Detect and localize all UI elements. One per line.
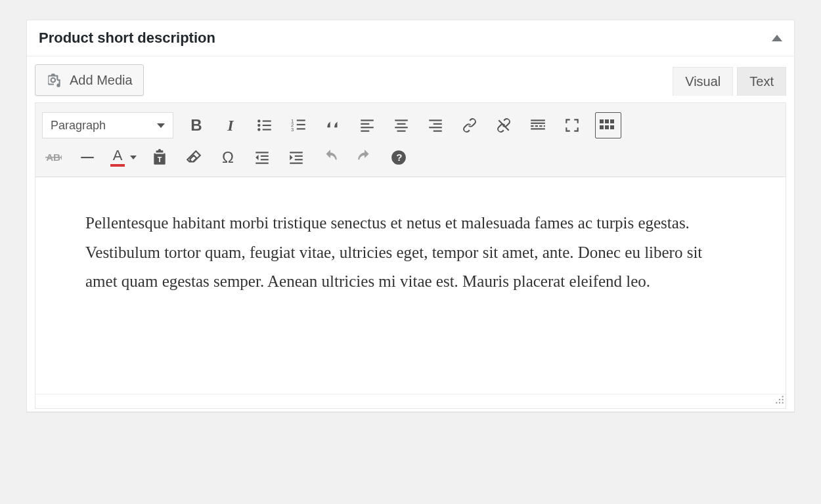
svg-rect-7 (297, 119, 305, 121)
indent-icon (288, 149, 305, 166)
svg-point-55 (776, 402, 777, 404)
read-more-icon (529, 117, 546, 134)
paste-text-button[interactable]: T (148, 146, 171, 169)
align-left-button[interactable] (356, 114, 378, 136)
text-color-button[interactable]: A (110, 148, 137, 167)
bold-button[interactable]: B (185, 114, 208, 136)
undo-button[interactable] (319, 146, 342, 169)
svg-rect-14 (361, 127, 374, 128)
svg-rect-34 (610, 119, 614, 123)
numbered-list-button[interactable]: 123 (288, 114, 310, 136)
indent-button[interactable] (285, 146, 307, 169)
svg-point-52 (782, 396, 784, 397)
clipboard-text-icon: T (151, 149, 168, 166)
toolbar-row-2: ABC A T (42, 142, 779, 173)
collapse-toggle-icon[interactable] (772, 35, 782, 41)
svg-rect-47 (295, 156, 303, 157)
editor-content[interactable]: Pellentesque habitant morbi tristique se… (35, 177, 786, 394)
panel-body: Add Media Visual Text Paragraph B I (27, 56, 794, 411)
blockquote-button[interactable] (322, 114, 344, 136)
editor-statusbar (35, 394, 786, 408)
editor-tabs: Visual Text (669, 67, 786, 96)
svg-rect-1 (263, 120, 271, 121)
toolbar-toggle-button[interactable] (595, 112, 621, 138)
svg-rect-23 (433, 131, 442, 132)
svg-rect-42 (255, 152, 269, 153)
link-button[interactable] (458, 114, 481, 136)
svg-rect-18 (395, 127, 408, 128)
outdent-button[interactable] (251, 146, 273, 169)
help-button[interactable]: ? (388, 146, 410, 169)
strikethrough-button[interactable]: ABC (42, 146, 64, 169)
clear-formatting-button[interactable] (183, 146, 205, 169)
svg-rect-31 (531, 128, 545, 129)
align-right-icon (427, 117, 444, 134)
add-media-button[interactable]: Add Media (35, 64, 144, 96)
bullet-list-icon (256, 117, 273, 134)
svg-point-57 (782, 402, 784, 404)
toolbar-row-1: Paragraph B I 123 (42, 108, 779, 142)
svg-rect-48 (295, 159, 303, 160)
svg-rect-33 (605, 119, 609, 123)
svg-point-2 (257, 124, 260, 127)
chevron-down-icon (157, 123, 165, 128)
link-icon (461, 117, 478, 134)
redo-icon (356, 149, 373, 166)
format-select[interactable]: Paragraph (42, 112, 173, 138)
svg-point-4 (257, 128, 260, 131)
blockquote-icon (324, 117, 342, 134)
read-more-button[interactable] (527, 114, 549, 136)
svg-rect-22 (429, 127, 442, 128)
chevron-down-icon (130, 156, 137, 159)
svg-rect-28 (535, 125, 538, 127)
svg-rect-9 (297, 124, 305, 125)
svg-point-0 (257, 119, 260, 122)
svg-text:T: T (158, 156, 162, 163)
svg-rect-13 (361, 123, 369, 125)
align-right-button[interactable] (424, 114, 447, 136)
svg-point-56 (779, 402, 780, 404)
svg-text:3: 3 (291, 127, 294, 133)
svg-rect-40 (81, 157, 94, 158)
svg-point-53 (779, 399, 780, 400)
add-media-label: Add Media (70, 73, 133, 88)
svg-rect-45 (255, 163, 269, 164)
special-char-button[interactable]: Ω (217, 146, 239, 169)
tab-text[interactable]: Text (737, 67, 786, 96)
svg-rect-43 (261, 156, 269, 157)
align-center-button[interactable] (390, 114, 412, 136)
horizontal-rule-button[interactable] (76, 146, 99, 169)
panel-header: Product short description (27, 20, 794, 56)
italic-button[interactable]: I (219, 114, 242, 136)
product-short-description-panel: Product short description Add Media Visu… (26, 20, 795, 412)
svg-rect-20 (429, 119, 442, 121)
toolbar-toggle-icon (599, 119, 617, 132)
svg-rect-5 (263, 129, 271, 130)
svg-rect-21 (433, 123, 442, 125)
resize-grip[interactable] (775, 395, 784, 407)
outdent-icon (254, 149, 271, 166)
tab-visual[interactable]: Visual (673, 67, 733, 96)
align-center-icon (393, 117, 410, 134)
media-tabs-row: Add Media Visual Text (35, 64, 786, 96)
numbered-list-icon: 123 (290, 117, 307, 134)
svg-rect-44 (261, 159, 269, 160)
svg-rect-39 (45, 157, 61, 158)
bullet-list-button[interactable] (254, 114, 276, 136)
editor-toolbar: Paragraph B I 123 (35, 103, 786, 177)
svg-rect-36 (605, 125, 609, 129)
resize-grip-icon (775, 395, 784, 404)
svg-rect-49 (290, 163, 303, 164)
svg-text:?: ? (396, 152, 402, 163)
fullscreen-button[interactable] (561, 114, 583, 136)
svg-rect-46 (290, 152, 303, 153)
panel-title: Product short description (39, 30, 215, 47)
svg-rect-16 (395, 119, 408, 121)
unlink-button[interactable] (493, 114, 515, 136)
fullscreen-icon (564, 117, 581, 134)
redo-button[interactable] (353, 146, 376, 169)
svg-rect-19 (397, 131, 406, 132)
svg-rect-3 (263, 125, 271, 126)
svg-rect-12 (361, 119, 374, 121)
undo-icon (322, 149, 339, 166)
